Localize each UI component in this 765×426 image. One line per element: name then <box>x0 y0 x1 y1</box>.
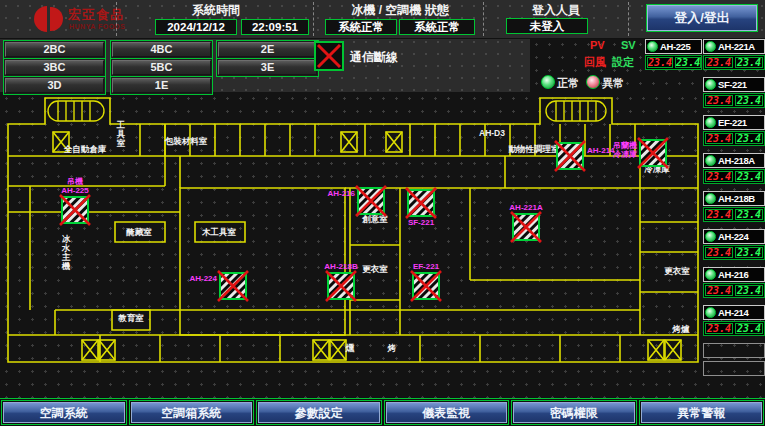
floor-button-label[interactable]: 3BC <box>5 60 104 75</box>
floor-button-3e[interactable]: 3E <box>216 58 319 77</box>
unit-name: AH-214 <box>718 307 748 318</box>
unit-ah-214: AH-21423.423.4 <box>703 305 765 336</box>
room-label: 教育室 <box>117 313 144 323</box>
header-divider <box>628 2 629 36</box>
unit-values: 23.423.4 <box>703 245 765 260</box>
system-time-label: 系統時間 <box>118 2 314 19</box>
floorplan: 全自動倉庫工具室包裝材料室AH-D3動物性調理室冷凍庫創意室更衣室冰水主機醃藏室… <box>0 92 700 398</box>
unit-name: AH-218A <box>718 155 755 166</box>
floor-button-4bc[interactable]: 4BC <box>110 40 213 59</box>
status-lamp-icon <box>647 41 658 52</box>
floor-button-label[interactable]: 5BC <box>112 60 211 75</box>
unit-name-box[interactable]: EF-221 <box>703 115 765 130</box>
floor-button-label[interactable]: 2E <box>218 42 317 57</box>
nav-button[interactable]: 儀表監視 <box>386 402 508 423</box>
comm-offline-icon <box>314 41 344 71</box>
nav-button-frame[interactable]: 儀表監視 <box>384 400 510 425</box>
unit-name: AH-221A <box>718 41 755 52</box>
header-bar: 宏亞食品 HUNYA FOODS 系統時間 2024/12/12 22:09:5… <box>0 0 765 39</box>
floor-button-label[interactable]: 2BC <box>5 42 104 57</box>
pv-value: 23.4 <box>705 247 733 258</box>
elevator-icon <box>330 340 346 360</box>
unit-values: 23.423.4 <box>703 55 765 70</box>
ahu-plan-label: AH-218B <box>324 262 358 271</box>
nav-button[interactable]: 參數設定 <box>258 402 380 423</box>
nav-button[interactable]: 空調系統 <box>3 402 125 423</box>
ahu-offline-box[interactable] <box>411 271 441 301</box>
unit-ah-216: AH-21623.423.4 <box>703 267 765 298</box>
return-air-label: 回風 <box>584 55 606 70</box>
status-lamp-icon <box>705 193 716 204</box>
unit-name: AH-218B <box>718 193 755 204</box>
status-lamp-icon <box>705 41 716 52</box>
unit-ef-221: EF-22123.423.4 <box>703 115 765 146</box>
unit-name-box[interactable]: AH-224 <box>703 229 765 244</box>
unit-values: 23.423.4 <box>703 283 765 298</box>
floor-button-label[interactable]: 4BC <box>112 42 211 57</box>
ahu-offline-box[interactable] <box>406 188 436 218</box>
unit-name-box[interactable]: AH-216 <box>703 267 765 282</box>
unit-name: AH-216 <box>718 269 748 280</box>
login-logout-button[interactable]: 登入/登出 <box>646 4 758 32</box>
unit-ah-221a: AH-221A23.423.4 <box>703 39 765 70</box>
ahu-offline-box[interactable] <box>326 271 356 301</box>
status-lamp-icon <box>705 269 716 280</box>
ahu-plan-label: AH-214 <box>587 146 615 155</box>
floor-button-label[interactable]: 3D <box>5 78 104 93</box>
room-label: 木工具室 <box>201 227 237 237</box>
sv-value: 23.4 <box>735 323 763 334</box>
ahu-plan-label: 吊蘭機冷凍庫 <box>613 141 637 159</box>
elevator-icon <box>313 340 329 360</box>
ahu-offline-box[interactable] <box>356 186 386 216</box>
nav-button-frame[interactable]: 異常警報 <box>639 400 765 425</box>
nav-button[interactable]: 異常警報 <box>641 402 763 423</box>
elevator-icon <box>82 340 98 360</box>
ahu-offline-box[interactable] <box>218 271 248 301</box>
unit-name-box[interactable]: SF-221 <box>703 77 765 92</box>
floor-button-2e[interactable]: 2E <box>216 40 319 59</box>
floor-button-2bc[interactable]: 2BC <box>3 40 106 59</box>
status-lamp-icon <box>705 307 716 318</box>
comm-offline-label: 通信斷線 <box>350 49 398 66</box>
sv-value: 23.4 <box>735 209 763 220</box>
floor-button-3bc[interactable]: 3BC <box>3 58 106 77</box>
nav-button-frame[interactable]: 空調箱系統 <box>129 400 255 425</box>
sv-value: 23.4 <box>735 171 763 182</box>
unit-name-box[interactable]: AH-221A <box>703 39 765 54</box>
unit-name-box[interactable]: AH-218A <box>703 153 765 168</box>
unit-name-box[interactable]: AH-218B <box>703 191 765 206</box>
floor-button-5bc[interactable]: 5BC <box>110 58 213 77</box>
nav-button-frame[interactable]: 空調系統 <box>1 400 127 425</box>
ahu-offline-box[interactable] <box>60 195 90 225</box>
unit-name: SF-221 <box>718 79 747 90</box>
hmi-screen: 宏亞食品 HUNYA FOODS 系統時間 2024/12/12 22:09:5… <box>0 0 765 426</box>
ahu-plan-label: EF-221 <box>413 262 440 271</box>
ahu-plan-label: AH-221A <box>509 203 543 212</box>
nav-button[interactable]: 密碼權限 <box>513 402 635 423</box>
stairs-icon <box>48 101 606 121</box>
elevator-icon <box>99 340 115 360</box>
nav-button[interactable]: 空調箱系統 <box>131 402 253 423</box>
sv-value: 23.4 <box>735 133 763 144</box>
room-label: 冰水主機 <box>61 234 71 271</box>
nav-button-frame[interactable]: 參數設定 <box>256 400 382 425</box>
unit-values: 23.423.4 <box>703 207 765 222</box>
bottom-nav-bar: 空調系統空調箱系統參數設定儀表監視密碼權限異常警報 <box>0 398 765 426</box>
abnormal-label: 異常 <box>602 76 624 91</box>
ahu-plan-label: AH-216 <box>327 189 355 198</box>
nav-button-frame[interactable]: 密碼權限 <box>511 400 637 425</box>
floor-button-label[interactable]: 3E <box>218 60 317 75</box>
pv-value: 23.4 <box>647 57 673 68</box>
ahu-offline-box[interactable] <box>511 212 541 242</box>
room-label: 更衣室 <box>362 264 388 274</box>
system-date-value: 2024/12/12 <box>155 19 237 35</box>
unit-name: AH-225 <box>660 41 690 52</box>
unit-name-box[interactable]: AH-225 <box>645 39 702 54</box>
ahu-offline-box[interactable] <box>555 141 585 171</box>
room-label: 醃藏室 <box>126 227 152 237</box>
floor-button-label[interactable]: 1E <box>112 78 211 93</box>
pv-label: PV <box>590 39 605 51</box>
unit-ah-218a: AH-218A23.423.4 <box>703 153 765 184</box>
unit-name-box[interactable]: AH-214 <box>703 305 765 320</box>
pv-value: 23.4 <box>705 323 733 334</box>
